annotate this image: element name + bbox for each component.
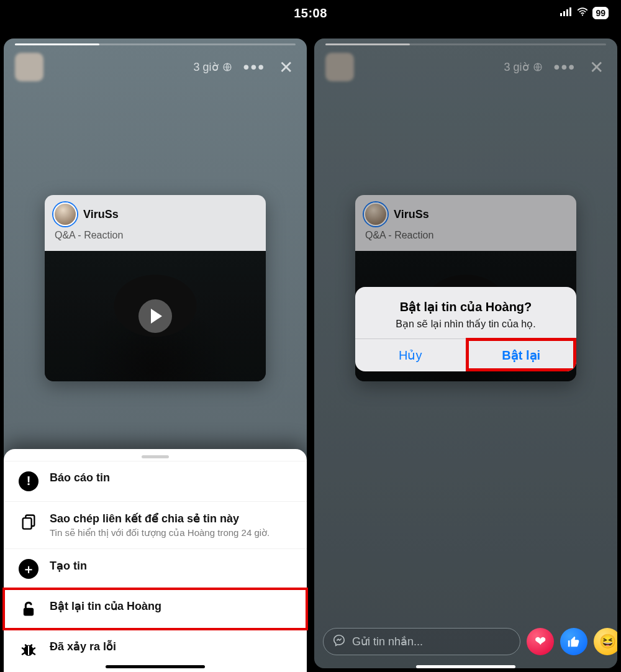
bug-icon bbox=[19, 640, 39, 660]
unlock-icon bbox=[19, 599, 39, 619]
confirm-cancel-button[interactable]: Hủy bbox=[355, 339, 466, 371]
story-viewer: 3 giờ ••• ✕ ViruSs Q&A - Reaction Bật bbox=[314, 39, 617, 668]
menu-create-story[interactable]: ＋ Tạo tin bbox=[4, 548, 307, 589]
menu-copy-link[interactable]: Sao chép liên kết để chia sẻ tin này Tin… bbox=[4, 501, 307, 549]
sheet-grabber[interactable] bbox=[142, 455, 169, 458]
svg-rect-5 bbox=[28, 646, 29, 655]
pane-divider bbox=[310, 0, 311, 672]
screenshot-right: 3 giờ ••• ✕ ViruSs Q&A - Reaction Bật bbox=[310, 0, 621, 672]
reply-placeholder: Gửi tin nhắn... bbox=[352, 635, 423, 648]
home-indicator[interactable] bbox=[416, 665, 515, 668]
plus-icon: ＋ bbox=[19, 559, 39, 579]
confirm-dialog: Bật lại tin của Hoàng? Bạn sẽ lại nhìn t… bbox=[355, 287, 576, 371]
confirm-ok-button[interactable]: Bật lại bbox=[466, 339, 577, 371]
alert-icon: ! bbox=[19, 471, 39, 491]
menu-error[interactable]: Đã xảy ra lỗi bbox=[4, 629, 307, 670]
reply-input[interactable]: Gửi tin nhắn... bbox=[323, 628, 520, 655]
svg-rect-2 bbox=[23, 518, 32, 529]
svg-rect-3 bbox=[24, 608, 34, 616]
react-laugh[interactable]: 😆 bbox=[594, 628, 617, 655]
confirm-message: Bạn sẽ lại nhìn thấy tin của họ. bbox=[366, 318, 565, 330]
menu-report[interactable]: ! Báo cáo tin bbox=[4, 461, 307, 501]
screenshot-left: 3 giờ ••• ✕ ViruSs Q&A - Reaction ! bbox=[0, 0, 310, 672]
home-indicator[interactable] bbox=[106, 665, 205, 668]
copy-icon bbox=[19, 512, 39, 532]
react-heart[interactable]: ❤ bbox=[527, 628, 554, 655]
action-sheet: ! Báo cáo tin Sao chép liên kết để chia … bbox=[4, 449, 307, 673]
react-like[interactable] bbox=[560, 628, 587, 655]
confirm-title: Bật lại tin của Hoàng? bbox=[366, 299, 565, 314]
menu-reenable-story[interactable]: Bật lại tin của Hoàng bbox=[4, 589, 307, 629]
messenger-icon bbox=[332, 633, 346, 650]
reply-bar: Gửi tin nhắn... ❤ 😆 bbox=[323, 625, 609, 658]
